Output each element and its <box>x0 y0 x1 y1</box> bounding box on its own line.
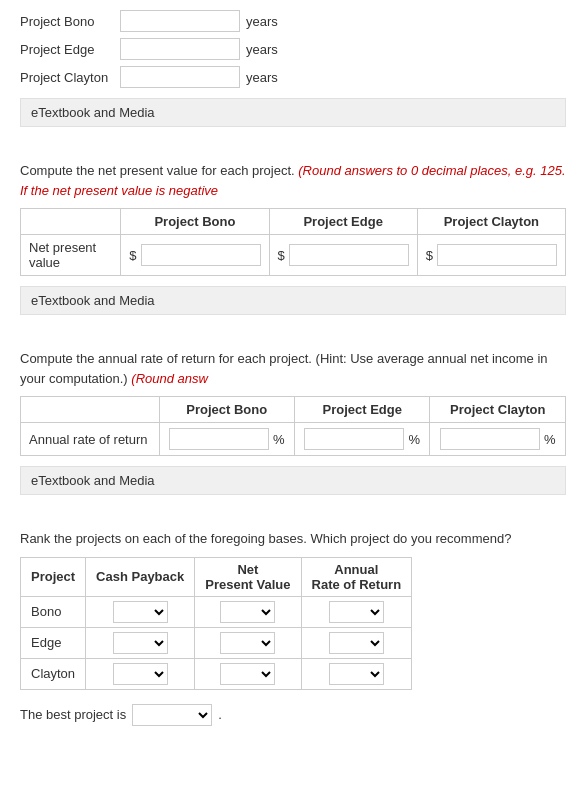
clayton-years-unit: years <box>246 70 278 85</box>
etextbook-bar-1[interactable]: eTextbook and Media <box>20 98 566 127</box>
rank-section: Rank the projects on each of the foregoi… <box>20 529 566 726</box>
project-edge-years-input[interactable] <box>120 38 240 60</box>
arr-section: Compute the annual rate of return for ea… <box>20 349 566 495</box>
rank-row: Clayton123123123 <box>21 658 412 689</box>
rank-cash-payback-bono-select[interactable]: 123 <box>113 601 168 623</box>
arr-edge-input[interactable] <box>304 428 404 450</box>
npv-clayton-cell: $ <box>417 235 565 276</box>
arr-col-empty <box>21 397 160 423</box>
best-project-row: The best project is BonoEdgeClayton . <box>20 704 566 726</box>
best-project-label: The best project is <box>20 707 126 722</box>
npv-col-edge: Project Edge <box>269 209 417 235</box>
rank-cash-payback-clayton-cell: 123 <box>86 658 195 689</box>
rank-row-label-clayton: Clayton <box>21 658 86 689</box>
npv-instruction-plain: Compute the net present value for each p… <box>20 163 295 178</box>
rank-row-label-bono: Bono <box>21 596 86 627</box>
rank-arr-clayton-cell: 123 <box>301 658 412 689</box>
project-clayton-years-input[interactable] <box>120 66 240 88</box>
project-bono-label: Project Bono <box>20 14 120 29</box>
npv-clayton-input[interactable] <box>437 244 557 266</box>
rank-row: Bono123123123 <box>21 596 412 627</box>
project-bono-row: Project Bono years <box>20 10 566 32</box>
rank-arr-edge-select[interactable]: 123 <box>329 632 384 654</box>
npv-table: Project Bono Project Edge Project Clayto… <box>20 208 566 276</box>
rank-arr-bono-select[interactable]: 123 <box>329 601 384 623</box>
npv-col-bono: Project Bono <box>121 209 269 235</box>
rank-npv-clayton-cell: 123 <box>195 658 301 689</box>
npv-bono-cell: $ <box>121 235 269 276</box>
rank-col-npv: NetPresent Value <box>195 557 301 596</box>
arr-row-label: Annual rate of return <box>21 423 160 456</box>
npv-col-clayton: Project Clayton <box>417 209 565 235</box>
project-clayton-label: Project Clayton <box>20 70 120 85</box>
rank-col-project: Project <box>21 557 86 596</box>
arr-clayton-input[interactable] <box>440 428 540 450</box>
npv-instruction: Compute the net present value for each p… <box>20 161 566 200</box>
arr-col-edge: Project Edge <box>295 397 430 423</box>
arr-bono-input[interactable] <box>169 428 269 450</box>
rank-col-cash-payback: Cash Payback <box>86 557 195 596</box>
rank-npv-bono-select[interactable]: 123 <box>220 601 275 623</box>
arr-instruction-plain: Compute the annual rate of return for ea… <box>20 351 548 386</box>
arr-col-bono: Project Bono <box>159 397 294 423</box>
best-project-period: . <box>218 707 222 722</box>
arr-clayton-cell: % <box>430 423 566 456</box>
npv-edge-input[interactable] <box>289 244 409 266</box>
arr-edge-pct: % <box>408 432 420 447</box>
arr-instruction-red: (Round answ <box>131 371 208 386</box>
rank-npv-edge-cell: 123 <box>195 627 301 658</box>
rank-npv-clayton-select[interactable]: 123 <box>220 663 275 685</box>
rank-cash-payback-edge-cell: 123 <box>86 627 195 658</box>
edge-years-unit: years <box>246 42 278 57</box>
rank-arr-bono-cell: 123 <box>301 596 412 627</box>
npv-section: Compute the net present value for each p… <box>20 161 566 315</box>
npv-row: Net present value $ $ $ <box>21 235 566 276</box>
arr-table: Project Bono Project Edge Project Clayto… <box>20 396 566 456</box>
arr-bono-pct: % <box>273 432 285 447</box>
best-project-select[interactable]: BonoEdgeClayton <box>132 704 212 726</box>
project-edge-label: Project Edge <box>20 42 120 57</box>
etextbook-bar-2[interactable]: eTextbook and Media <box>20 286 566 315</box>
npv-row-label: Net present value <box>21 235 121 276</box>
arr-instruction: Compute the annual rate of return for ea… <box>20 349 566 388</box>
years-section: Project Bono years Project Edge years Pr… <box>20 10 566 127</box>
etextbook-label-1: eTextbook and Media <box>31 105 155 120</box>
npv-bono-currency: $ <box>129 248 136 263</box>
arr-bono-cell: % <box>159 423 294 456</box>
rank-npv-edge-select[interactable]: 123 <box>220 632 275 654</box>
bono-years-unit: years <box>246 14 278 29</box>
project-edge-row: Project Edge years <box>20 38 566 60</box>
rank-instruction: Rank the projects on each of the foregoi… <box>20 529 566 549</box>
etextbook-bar-3[interactable]: eTextbook and Media <box>20 466 566 495</box>
rank-npv-bono-cell: 123 <box>195 596 301 627</box>
arr-edge-cell: % <box>295 423 430 456</box>
etextbook-label-3: eTextbook and Media <box>31 473 155 488</box>
npv-clayton-currency: $ <box>426 248 433 263</box>
etextbook-label-2: eTextbook and Media <box>31 293 155 308</box>
project-clayton-row: Project Clayton years <box>20 66 566 88</box>
rank-table: Project Cash Payback NetPresent Value An… <box>20 557 412 690</box>
rank-arr-clayton-select[interactable]: 123 <box>329 663 384 685</box>
npv-edge-currency: $ <box>278 248 285 263</box>
rank-cash-payback-edge-select[interactable]: 123 <box>113 632 168 654</box>
project-bono-years-input[interactable] <box>120 10 240 32</box>
npv-edge-cell: $ <box>269 235 417 276</box>
rank-row-label-edge: Edge <box>21 627 86 658</box>
arr-row: Annual rate of return % % <box>21 423 566 456</box>
npv-bono-input[interactable] <box>141 244 261 266</box>
rank-cash-payback-clayton-select[interactable]: 123 <box>113 663 168 685</box>
npv-col-empty <box>21 209 121 235</box>
rank-arr-edge-cell: 123 <box>301 627 412 658</box>
rank-col-arr: AnnualRate of Return <box>301 557 412 596</box>
arr-col-clayton: Project Clayton <box>430 397 566 423</box>
rank-cash-payback-bono-cell: 123 <box>86 596 195 627</box>
arr-clayton-pct: % <box>544 432 556 447</box>
rank-row: Edge123123123 <box>21 627 412 658</box>
